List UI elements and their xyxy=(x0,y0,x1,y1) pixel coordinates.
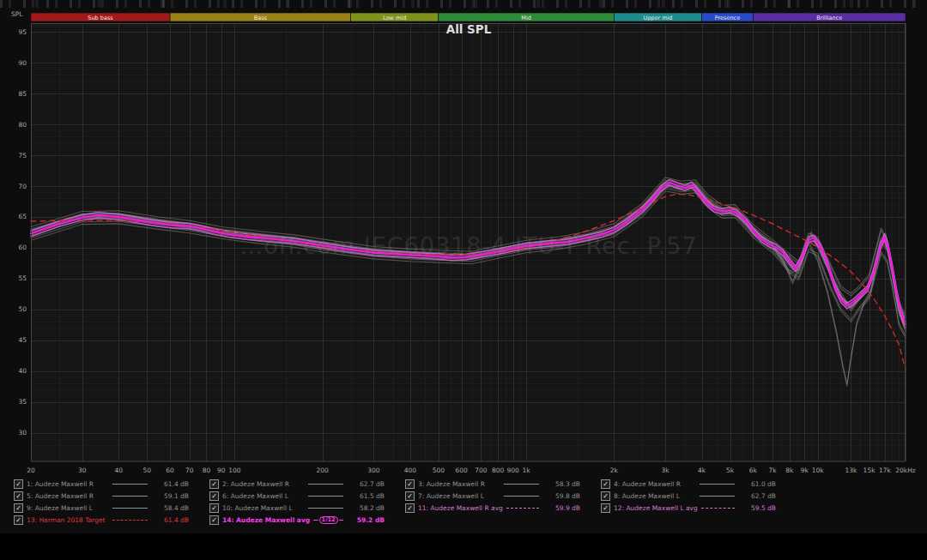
legend-checkbox[interactable]: ✓ xyxy=(14,503,23,513)
legend-checkbox[interactable]: ✓ xyxy=(209,515,219,525)
legend-trace-label[interactable]: 3: Audeze Maxwell R xyxy=(418,480,500,488)
legend-trace-label[interactable]: 1: Audeze Maxwell R xyxy=(27,480,109,488)
legend-line-sample xyxy=(308,508,343,509)
x-tick-label: 9k xyxy=(801,467,809,474)
legend-item[interactable]: ✓7: Audeze Maxwell L59.8 dB xyxy=(405,490,580,502)
legend-checkbox[interactable]: ✓ xyxy=(209,479,219,489)
legend-trace-level: 62.7 dB xyxy=(347,480,385,488)
legend-trace-label[interactable]: 6: Audeze Maxwell L xyxy=(222,492,305,500)
legend-trace-level: 58.2 dB xyxy=(347,504,385,512)
rew-all-spl-graph-window: Sub bassBassLow midMidUpper midPresenceB… xyxy=(0,0,927,533)
x-tick-label: 50 xyxy=(142,467,151,474)
legend-line-sample xyxy=(112,520,148,521)
legend-line-sample: 1/12 xyxy=(313,516,343,524)
band-label: Presence xyxy=(715,15,740,21)
y-tick-label: 60 xyxy=(18,244,27,251)
y-tick-label: 70 xyxy=(18,183,27,190)
legend-checkbox[interactable]: ✓ xyxy=(14,491,23,501)
x-tick-label: 20kHz xyxy=(895,467,916,474)
legend-checkbox[interactable]: ✓ xyxy=(14,479,23,489)
legend-trace-label[interactable]: 2: Audeze Maxwell R xyxy=(222,480,305,488)
watermark: …off.com IEC60318-4 ITU-T Rec. P.57 xyxy=(239,232,697,259)
legend-trace-label[interactable]: 7: Audeze Maxwell L xyxy=(418,492,500,500)
x-tick-label: 800 xyxy=(492,467,505,474)
legend-line-sample xyxy=(112,496,148,497)
legend-trace-label[interactable]: 14: Audeze Maxwell avg xyxy=(222,516,310,524)
legend-trace-level: 59.5 dB xyxy=(738,504,776,512)
y-axis-title: SPL xyxy=(11,10,23,18)
band-label: Low mid xyxy=(383,15,406,21)
band-label: Sub bass xyxy=(88,15,113,21)
legend-trace-label[interactable]: 11: Audeze Maxwell R avg xyxy=(418,504,503,512)
x-tick-label: 90 xyxy=(217,467,226,474)
legend-checkbox[interactable]: ✓ xyxy=(14,515,23,525)
band-label: Brilliance xyxy=(816,15,842,21)
legend-checkbox[interactable]: ✓ xyxy=(209,491,219,501)
x-tick-label: 900 xyxy=(506,467,519,474)
legend-trace-label[interactable]: 10: Audeze Maxwell L xyxy=(222,504,305,512)
legend-item[interactable]: ✓14: Audeze Maxwell avg1/1259.2 dB xyxy=(209,514,385,526)
legend-line-sample xyxy=(700,496,735,497)
legend-item[interactable]: ✓5: Audeze Maxwell R59.1 dB xyxy=(14,490,189,502)
legend-item[interactable]: ✓4: Audeze Maxwell R61.0 dB xyxy=(601,478,776,490)
legend-item[interactable]: ✓10: Audeze Maxwell L58.2 dB xyxy=(209,502,385,514)
legend-item[interactable]: ✓11: Audeze Maxwell R avg59.9 dB xyxy=(405,502,580,514)
legend-line-sample xyxy=(308,484,343,485)
legend-item[interactable]: ✓2: Audeze Maxwell R62.7 dB xyxy=(209,478,385,490)
legend-item[interactable]: ✓6: Audeze Maxwell L61.5 dB xyxy=(209,490,385,502)
legend-line-sample xyxy=(504,484,539,485)
x-tick-label: 10k xyxy=(812,467,825,474)
x-tick-label: 15k xyxy=(863,467,876,474)
x-tick-label: 30 xyxy=(78,467,87,474)
legend-checkbox[interactable]: ✓ xyxy=(209,503,219,513)
legend-item[interactable]: ✓8: Audeze Maxwell L62.7 dB xyxy=(601,490,776,502)
x-tick-label: 200 xyxy=(317,467,330,474)
legend-line-sample xyxy=(700,484,735,485)
x-tick-label: 100 xyxy=(228,467,241,474)
x-tick-label: 400 xyxy=(404,467,417,474)
legend-item[interactable]: ✓1: Audeze Maxwell R61.4 dB xyxy=(14,478,189,490)
y-tick-label: 90 xyxy=(18,59,27,67)
x-tick-label: 600 xyxy=(456,467,469,474)
x-tick-label: 40 xyxy=(114,467,123,474)
legend-checkbox[interactable]: ✓ xyxy=(405,479,415,489)
legend-checkbox[interactable]: ✓ xyxy=(601,479,610,489)
x-tick-label: 1k xyxy=(523,467,531,474)
x-tick-label: 500 xyxy=(433,467,445,474)
spl-chart[interactable]: Sub bassBassLow midMidUpper midPresenceB… xyxy=(0,0,927,477)
legend-trace-label[interactable]: 8: Audeze Maxwell L xyxy=(614,492,696,500)
legend-checkbox[interactable]: ✓ xyxy=(405,491,415,501)
legend-checkbox[interactable]: ✓ xyxy=(601,491,610,501)
band-label: Bass xyxy=(254,15,268,21)
y-tick-label: 75 xyxy=(18,152,27,160)
band-label: Mid xyxy=(521,15,531,21)
x-tick-label: 8k xyxy=(785,467,794,474)
x-tick-label: 5k xyxy=(726,467,735,474)
legend-item[interactable]: ✓9: Audeze Maxwell L58.4 dB xyxy=(14,502,189,514)
legend-trace-label[interactable]: 13: Harman 2018 Target xyxy=(27,516,109,524)
legend-item[interactable]: ✓13: Harman 2018 Target61.4 dB xyxy=(14,514,189,526)
legend-trace-label[interactable]: 9: Audeze Maxwell L xyxy=(27,504,109,512)
legend-checkbox[interactable]: ✓ xyxy=(405,503,415,513)
legend-item[interactable]: ✓12: Audeze Maxwell L avg59.5 dB xyxy=(601,502,776,514)
smoothing-badge: 1/12 xyxy=(319,516,338,524)
legend-trace-level: 59.2 dB xyxy=(347,516,385,524)
x-tick-label: 70 xyxy=(185,467,194,474)
x-tick-label: 17k xyxy=(879,467,892,474)
x-tick-label: 60 xyxy=(166,467,174,474)
legend-trace-label[interactable]: 5: Audeze Maxwell R xyxy=(27,492,109,500)
legend-item[interactable]: ✓3: Audeze Maxwell R58.3 dB xyxy=(405,478,580,490)
x-tick-label: 4k xyxy=(698,467,706,474)
y-tick-label: 35 xyxy=(18,398,27,406)
legend-trace-label[interactable]: 4: Audeze Maxwell R xyxy=(614,480,696,488)
x-tick-label: 6k xyxy=(749,467,758,474)
legend-trace-label[interactable]: 12: Audeze Maxwell L avg xyxy=(614,504,698,512)
legend-checkbox[interactable]: ✓ xyxy=(601,503,610,513)
y-tick-label: 80 xyxy=(18,121,27,129)
y-tick-label: 30 xyxy=(18,429,27,437)
legend-line-sample xyxy=(701,508,735,509)
legend-trace-level: 58.3 dB xyxy=(542,480,580,488)
legend-trace-level: 61.4 dB xyxy=(151,516,189,524)
legend-trace-level: 59.8 dB xyxy=(542,492,580,500)
x-tick-label: 20 xyxy=(27,467,35,474)
